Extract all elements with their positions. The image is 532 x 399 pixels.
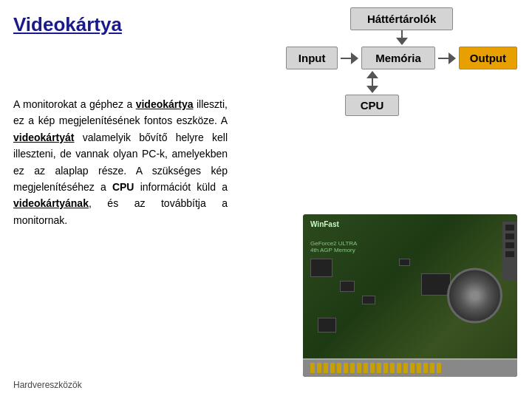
contact-8	[357, 363, 361, 373]
gold-contacts	[303, 360, 517, 376]
port-slot-2	[505, 233, 514, 239]
contact-3	[324, 363, 328, 373]
chip-1	[310, 259, 332, 277]
double-arrow-cpu	[366, 71, 378, 93]
page-container: Videokártya Háttértárolók Input Memória …	[0, 0, 532, 399]
contact-11	[377, 363, 381, 373]
page-title[interactable]: Videokártya	[13, 13, 122, 36]
arrowhead-down	[366, 86, 378, 93]
arrow-right-2	[438, 52, 456, 64]
contact-16	[410, 363, 415, 373]
pcb-ports	[502, 222, 517, 281]
middle-row: Input Memória Output	[286, 47, 517, 69]
input-box: Input	[286, 47, 338, 69]
contact-20	[437, 363, 441, 373]
memoria-box: Memória	[361, 47, 435, 69]
contact-5	[337, 363, 341, 373]
chip-4	[318, 318, 336, 332]
chip-3	[362, 296, 375, 304]
chip-2	[340, 281, 355, 292]
diagram-area: Háttértárolók Input Memória Output	[286, 7, 517, 116]
contact-19	[430, 363, 434, 373]
contact-4	[330, 363, 335, 373]
contact-13	[390, 363, 395, 373]
contact-17	[417, 363, 421, 373]
contact-7	[350, 363, 355, 373]
port-slot-1	[505, 225, 514, 231]
pcb-connector	[303, 358, 517, 377]
port-slot-3	[505, 242, 514, 248]
arrowhead-right-2	[449, 52, 456, 64]
body-text: A monitorokat a géphez a videokártya ill…	[13, 96, 228, 228]
hatter-box: Háttértárolók	[350, 7, 453, 30]
cpu-box: CPU	[345, 95, 400, 116]
arrowhead-right-1	[351, 52, 358, 64]
pcb-logo: WinFast	[310, 220, 339, 228]
contact-12	[383, 363, 388, 373]
chip-main	[421, 273, 451, 296]
contact-10	[370, 363, 375, 373]
bold-videokartya-3: videokártyának	[13, 197, 89, 209]
contact-6	[344, 363, 348, 373]
gpu-image: WinFast GeForce2 ULTRA4th AGP Memory	[303, 214, 517, 377]
contact-14	[397, 363, 401, 373]
port-slot-4	[505, 251, 514, 257]
output-box: Output	[459, 47, 517, 69]
bold-cpu: CPU	[112, 181, 134, 193]
contact-18	[423, 363, 428, 373]
footer-text: Hardvereszközök	[13, 380, 82, 390]
pcb-background: WinFast GeForce2 ULTRA4th AGP Memory	[303, 214, 517, 377]
contact-2	[317, 363, 321, 373]
bold-videokartya-2: videokártyát	[13, 132, 74, 143]
arrow-down-1	[396, 30, 408, 45]
contact-1	[310, 363, 315, 373]
bold-videokartya-1: videokártya	[136, 98, 194, 110]
arrow-right-1	[341, 52, 358, 64]
contact-9	[364, 363, 368, 373]
arrowhead-up	[366, 71, 378, 78]
pcb-logo2: GeForce2 ULTRA4th AGP Memory	[310, 240, 357, 253]
contact-15	[403, 363, 408, 373]
chip-5	[399, 259, 410, 266]
pcb-fan	[447, 268, 502, 324]
